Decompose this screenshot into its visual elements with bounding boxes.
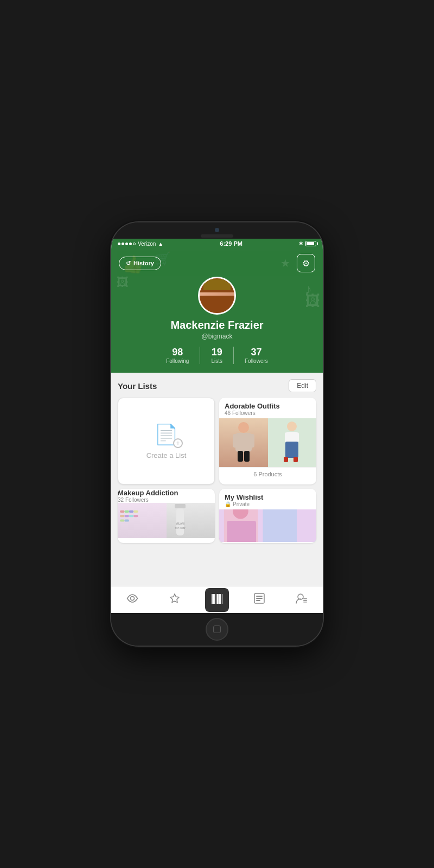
wishlist-card[interactable]: My Wishlist 🔒 Private <box>219 489 316 543</box>
phone-top <box>111 222 323 239</box>
plus-circle-icon: + <box>173 438 183 448</box>
svg-rect-19 <box>129 515 133 517</box>
lists-grid-bottom: Makeup Addiction 32 Followers <box>118 489 316 543</box>
carrier-name: Verizon <box>138 241 156 247</box>
wifi-icon: ▲ <box>158 241 163 247</box>
lists-grid-top: 📄 + Create a List Adorable Outfits 46 Fo… <box>118 398 316 484</box>
person-silhouette-2 <box>268 418 317 467</box>
eye-icon <box>126 594 138 605</box>
status-time: 6:29 PM <box>220 240 242 247</box>
svg-rect-43 <box>256 598 263 599</box>
lists-label: Lists <box>211 358 222 364</box>
makeup-images: MILANI TOP COAT <box>118 503 215 538</box>
wishlist-private-row: 🔒 Private <box>225 501 311 507</box>
svg-point-6 <box>287 422 297 431</box>
adorable-outfits-products: 6 Products <box>219 467 316 481</box>
settings-button[interactable]: ⚙ <box>297 254 315 272</box>
svg-rect-34 <box>213 594 214 604</box>
adorable-outfits-card[interactable]: Adorable Outfits 46 Followers <box>219 398 316 484</box>
avatar <box>198 277 236 315</box>
person-silhouette-1 <box>219 418 268 467</box>
wishlist-header: My Wishlist 🔒 Private <box>219 489 316 509</box>
svg-rect-15 <box>129 510 133 513</box>
followers-stat[interactable]: 37 Followers <box>234 347 279 364</box>
barcode-icon <box>211 594 223 606</box>
following-stat[interactable]: 98 Following <box>155 347 200 364</box>
svg-rect-47 <box>303 600 307 601</box>
header-top-row: ↺ History ⚙ <box>119 254 315 272</box>
adorable-outfits-followers: 46 Followers <box>225 410 311 416</box>
tab-favorites[interactable] <box>163 588 187 612</box>
following-count: 98 <box>166 347 189 358</box>
svg-rect-9 <box>295 432 299 442</box>
create-list-card[interactable]: 📄 + Create a List <box>118 398 215 484</box>
status-right: ✱ <box>299 241 316 246</box>
battery-indicator <box>305 241 316 246</box>
svg-rect-31 <box>227 521 256 542</box>
lists-title: Your Lists <box>118 381 157 391</box>
tab-bar <box>111 586 323 613</box>
svg-rect-40 <box>222 594 222 604</box>
home-button-icon <box>213 626 221 633</box>
svg-rect-16 <box>133 510 138 513</box>
adorable-outfits-images <box>219 418 316 467</box>
svg-rect-12 <box>293 457 298 462</box>
followers-label: Followers <box>245 358 268 364</box>
svg-rect-46 <box>303 598 307 599</box>
signal-dot-5 <box>133 242 136 245</box>
edit-button[interactable]: Edit <box>289 379 316 392</box>
avatar-face <box>200 278 234 313</box>
svg-rect-13 <box>120 510 124 513</box>
stats-row: 98 Following 19 Lists 37 Followers <box>119 347 315 364</box>
svg-rect-37 <box>217 594 219 604</box>
history-button[interactable]: ↺ History <box>119 257 161 270</box>
lists-count: 19 <box>211 347 222 358</box>
profile-header: 👍 🛒 🖼 ♪ ★ 🖼 ↺ History ⚙ <box>111 248 323 373</box>
svg-rect-8 <box>285 432 289 442</box>
home-button[interactable] <box>206 618 228 641</box>
svg-rect-4 <box>238 451 243 462</box>
adorable-outfits-header: Adorable Outfits 46 Followers <box>219 398 316 418</box>
signal-dot-1 <box>118 242 120 245</box>
svg-rect-22 <box>125 519 129 521</box>
avatar-container <box>119 277 315 315</box>
svg-rect-35 <box>214 594 215 604</box>
avatar-hair-long <box>200 296 234 313</box>
svg-rect-23 <box>175 504 186 508</box>
svg-text:TOP COAT: TOP COAT <box>174 527 186 529</box>
phone-screen: Verizon ▲ 6:29 PM ✱ 👍 🛒 🖼 ♪ ★ 🖼 <box>111 239 323 613</box>
following-label: Following <box>166 358 189 364</box>
svg-rect-14 <box>125 510 129 513</box>
adorable-outfits-title: Adorable Outfits <box>225 402 311 410</box>
history-icon: ↺ <box>126 260 131 267</box>
svg-rect-11 <box>284 457 288 462</box>
lock-icon: 🔒 <box>225 501 231 507</box>
tab-discover[interactable] <box>120 588 144 612</box>
svg-rect-21 <box>120 519 124 521</box>
status-left: Verizon ▲ <box>118 241 163 247</box>
lists-stat[interactable]: 19 Lists <box>200 347 234 364</box>
svg-rect-29 <box>263 509 297 542</box>
profile-icon <box>296 593 308 607</box>
phone-frame: Verizon ▲ 6:29 PM ✱ 👍 🛒 🖼 ♪ ★ 🖼 <box>111 222 323 646</box>
svg-rect-42 <box>256 596 263 597</box>
nail-polish-image <box>118 503 167 538</box>
tab-profile[interactable] <box>290 588 314 612</box>
svg-rect-36 <box>216 594 216 604</box>
tab-scan[interactable] <box>205 588 229 612</box>
svg-rect-48 <box>303 602 307 603</box>
svg-rect-5 <box>244 451 250 462</box>
svg-text:MILANI: MILANI <box>175 522 184 525</box>
svg-rect-18 <box>125 515 129 517</box>
makeup-addiction-card[interactable]: Makeup Addiction 32 Followers <box>118 489 215 543</box>
svg-rect-20 <box>133 515 138 517</box>
signal-dot-3 <box>125 242 128 245</box>
status-bar: Verizon ▲ 6:29 PM ✱ <box>111 239 323 248</box>
signal-dot-2 <box>122 242 124 245</box>
gear-icon: ⚙ <box>302 258 310 269</box>
create-list-label: Create a List <box>146 451 187 459</box>
tab-lists[interactable] <box>247 588 271 612</box>
battery-fill <box>307 242 314 245</box>
followers-count: 37 <box>245 347 268 358</box>
svg-point-32 <box>131 597 135 601</box>
